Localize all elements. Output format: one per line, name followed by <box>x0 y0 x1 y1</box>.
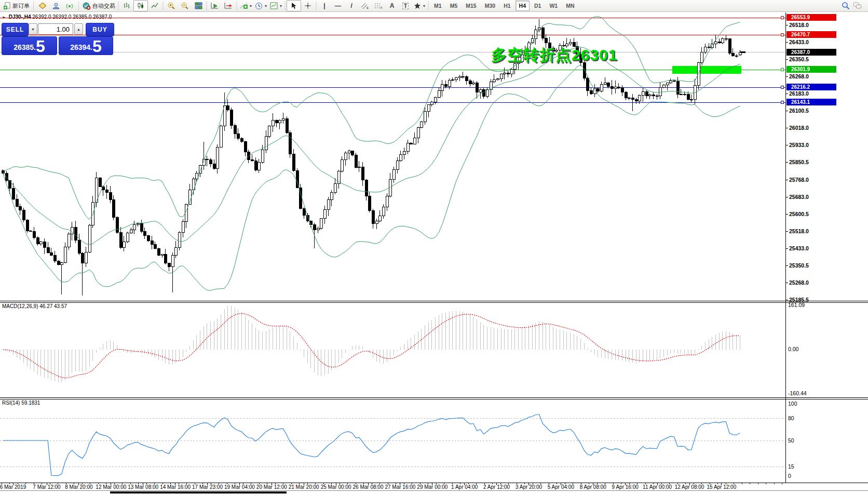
fibonacci-icon: F <box>374 2 383 9</box>
signals-button[interactable] <box>63 1 76 11</box>
auto-scroll-button[interactable] <box>208 1 222 11</box>
auto-trading-label: 自动交易 <box>92 2 115 10</box>
sell-price-main: 26385. <box>13 41 36 54</box>
macd-axis-zero: 0.00 <box>788 346 798 352</box>
zoom-in-button[interactable] <box>165 1 178 11</box>
timeframe-group: M1M5M15M30H1H4D1W1MN <box>430 1 578 11</box>
zoom-in-icon <box>167 2 175 10</box>
time-tick-label: 17 Mar 23:00 <box>192 484 223 490</box>
timeframe-h1[interactable]: H1 <box>500 1 514 11</box>
candlestick-chart-button[interactable] <box>133 0 148 11</box>
dropdown-caret: ▾ <box>250 4 252 8</box>
cursor-tool-button[interactable] <box>287 0 301 11</box>
bar-chart-button[interactable] <box>120 1 133 11</box>
sell-button[interactable]: SELL <box>2 23 29 36</box>
rsi-axis-100: 100 <box>788 400 797 407</box>
time-tick-label: 26 Mar 08:00 <box>353 484 384 490</box>
market-watch-button[interactable] <box>49 1 63 11</box>
new-order-button[interactable]: 新订单 <box>2 1 31 11</box>
time-tick-label: 27 Mar 16:00 <box>385 484 415 490</box>
text-tool[interactable]: A <box>385 1 399 11</box>
chart-canvas[interactable] <box>0 0 868 494</box>
timeframe-mn[interactable]: MN <box>562 1 578 11</box>
timeframe-m15[interactable]: M15 <box>462 1 480 11</box>
zoom-out-icon <box>181 2 189 10</box>
dropdown-caret: ▾ <box>265 4 267 8</box>
time-tick-label: 1 Apr 04:00 <box>451 484 478 490</box>
candlestick-icon <box>137 2 145 9</box>
horizontal-line-tool[interactable]: — <box>331 1 345 11</box>
time-tick-label: 6 Mar 2019 <box>0 484 26 490</box>
channel-tool[interactable]: E <box>358 1 372 11</box>
search-icon[interactable] <box>842 2 850 10</box>
toolbar-right-group <box>842 2 866 10</box>
volume-decrease-button[interactable]: ▼ <box>29 23 37 35</box>
time-tick-label: 12 Apr 08:00 <box>675 484 704 490</box>
buy-price-main: 26394. <box>70 41 92 54</box>
toolbar-grip <box>284 2 286 10</box>
arrows-tool[interactable]: ▾ <box>412 1 427 11</box>
timeframe-m30[interactable]: M30 <box>481 1 499 11</box>
svg-text:E: E <box>367 6 369 9</box>
label-tool[interactable]: T <box>399 1 412 11</box>
timeframe-m5[interactable]: M5 <box>446 1 462 11</box>
buy-price-button[interactable]: 26394.5 <box>59 36 113 55</box>
vertical-line-tool[interactable]: | <box>318 1 331 11</box>
fibonacci-tool[interactable]: F <box>372 1 385 11</box>
clock-icon <box>255 2 263 10</box>
bar-chart-icon <box>123 2 131 9</box>
timeframe-w1[interactable]: W1 <box>546 1 561 11</box>
auto-trading-button[interactable]: 自动交易 <box>81 1 117 11</box>
price-tick-label: 25768.0 <box>789 177 809 183</box>
tile-windows-icon <box>195 2 202 9</box>
zoom-out-button[interactable] <box>178 1 192 11</box>
price-tick-label: 25683.0 <box>789 194 809 200</box>
price-tick-label: 25933.0 <box>789 142 809 148</box>
macd-axis-min: -160.44 <box>788 390 807 396</box>
current-price-price-tag: 26387.0 <box>786 49 836 56</box>
toolbar-grip <box>206 2 207 10</box>
timeframe-h4[interactable]: H4 <box>516 1 530 11</box>
indicators-button[interactable]: ▾ <box>238 1 253 11</box>
crosshair-icon <box>304 2 311 9</box>
arrows-icon <box>414 2 421 9</box>
price-tick-label: 25518.0 <box>789 228 809 234</box>
buy-button[interactable]: BUY <box>86 23 114 36</box>
tile-windows-button[interactable] <box>192 1 205 11</box>
trendline-tool[interactable]: / <box>345 1 358 11</box>
signals-icon <box>65 2 74 10</box>
chat-icon[interactable] <box>853 2 862 10</box>
toolbar-grip <box>316 2 317 10</box>
profiles-button[interactable] <box>36 1 49 11</box>
line-chart-button[interactable] <box>148 1 161 11</box>
time-tick-label: 2 Apr 12:00 <box>483 484 510 490</box>
one-click-trading-panel: SELL ▼ ▲ BUY 26385.5 26394.5 <box>2 23 113 55</box>
resistance-price-tag: 26470.7 <box>786 31 836 38</box>
templates-button[interactable]: ▾ <box>268 1 283 11</box>
timeframe-d1[interactable]: D1 <box>531 1 545 11</box>
price-tick-label: 26183.0 <box>789 90 809 97</box>
time-tick-label: 8 Mar 20:00 <box>65 484 92 490</box>
periods-button[interactable]: ▾ <box>253 1 268 11</box>
volume-increase-button[interactable]: ▲ <box>74 23 83 35</box>
accounts-icon <box>52 2 60 10</box>
time-tick-label: 14 Mar 16:00 <box>160 484 191 490</box>
time-tick-label: 3 Apr 20:00 <box>516 484 542 490</box>
time-tick-label: 29 Mar 00:00 <box>417 484 447 490</box>
horizontal-scrollbar-thumb[interactable] <box>110 491 287 493</box>
new-order-label: 新订单 <box>12 2 30 10</box>
chart-shift-button[interactable] <box>222 1 235 11</box>
toolbar-separator <box>78 1 79 10</box>
price-tick-label: 26518.0 <box>789 22 809 28</box>
pivot-annotation-text: 多空转折点26301 <box>491 45 617 66</box>
add-indicator-icon <box>240 2 248 9</box>
timeframe-m1[interactable]: M1 <box>430 1 445 11</box>
time-tick-label: 11 Apr 00:00 <box>643 484 672 490</box>
macd-indicator-label: MACD(12,26,9) 46.27 43.57 <box>2 303 67 309</box>
sell-price-button[interactable]: 26385.5 <box>2 36 57 55</box>
crosshair-tool-button[interactable] <box>301 1 315 11</box>
price-tick-label: 25850.5 <box>789 159 809 165</box>
resistance-price-tag: 26553.9 <box>786 14 836 21</box>
toolbar-grip <box>236 2 237 10</box>
volume-input[interactable] <box>38 23 73 35</box>
